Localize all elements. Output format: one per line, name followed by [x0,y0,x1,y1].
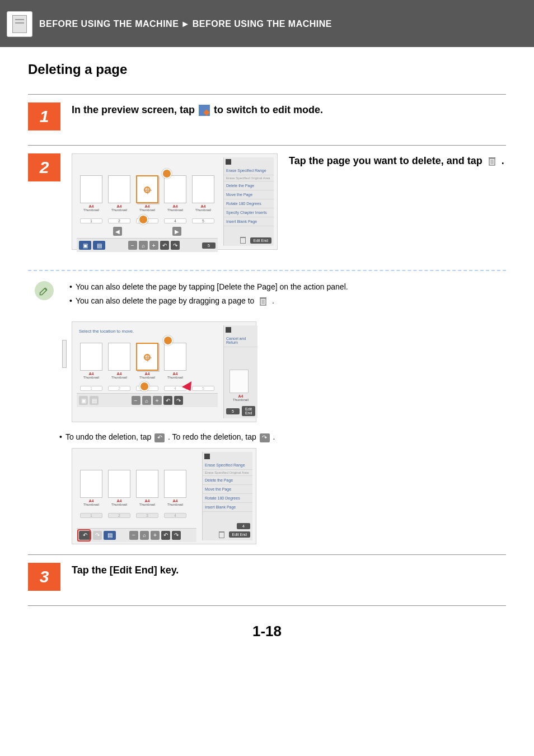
preview-panel-1: A4Thumbnail A4Thumbnail A4Thumbnail A4Th… [72,153,278,250]
page-index: 1 [80,513,102,518]
page-thumbnail[interactable]: A4Thumbnail [164,175,186,212]
breadcrumb-page: BEFORE USING THE MACHINE [193,19,332,29]
page-thumbnail-selected[interactable]: A4Thumbnail [136,175,158,212]
undo-icon[interactable]: ↶ [160,241,169,250]
page-thumbnail[interactable]: A4Thumbnail [80,470,102,506]
page-index: 1 [80,386,102,391]
step-2-text: Tap the page you want to delete, and tap… [289,153,506,169]
collapse-icon[interactable] [226,327,231,333]
page-index: 4 [164,513,186,518]
action-erase-area[interactable]: Erase Specified Original Area [224,175,274,181]
thumbnail-row: A4Thumbnail A4Thumbnail A4Thumbnail A4Th… [77,454,196,511]
zoom-out-icon[interactable]: − [129,531,138,540]
highlight-box [77,529,91,542]
action-erase-area[interactable]: Erase Specified Original Area [203,470,252,476]
preview-toolbar: ↶ ↷ ▤ − ⌕ + ↶ ↷ [77,528,196,542]
page-thumbnail[interactable]: A4Thumbnail [80,343,102,379]
step-1-post: to switch to edit mode. [214,104,323,115]
action-erase-range[interactable]: Erase Specified Range [203,461,252,470]
undo-redo-note: • To undo the deletion, tap . To redo th… [59,432,506,442]
tap-ring-icon [144,186,151,193]
redo-icon[interactable]: ↷ [172,531,181,540]
page-number: 1-18 [28,606,506,646]
page-thumbnail[interactable]: A4Thumbnail [108,175,130,212]
redo-icon[interactable]: ↷ [171,241,180,250]
page-thumbnail[interactable]: A4Thumbnail [108,343,130,379]
action-cancel-return[interactable]: Cancel and Return [224,334,257,347]
action-erase-range[interactable]: Erase Specified Range [224,166,274,175]
zoom-icon[interactable]: ⌕ [142,396,151,405]
action-rotate-180[interactable]: Rotate 180 Degrees [224,199,274,208]
edit-end-button[interactable]: Edit End [250,237,271,244]
panel-message: Select the location to move. [77,328,218,335]
note-icon [35,281,54,300]
view-mode-1-icon[interactable]: ▣ [79,396,88,405]
step-2-figure: A4Thumbnail A4Thumbnail A4Thumbnail A4Th… [72,153,278,250]
top-bar [0,0,534,6]
zoom-in-icon[interactable]: + [153,396,162,405]
page-index: 5 [192,386,214,391]
preview-toolbar: ▣ ▤ − ⌕ + ↶ ↷ 5 [77,238,218,252]
page-index: 1 [80,218,102,223]
page-thumbnail[interactable]: A4Thumbnail [108,470,130,506]
undo-icon[interactable]: ↶ [163,396,172,405]
preview-panel-2: Select the location to move. A4Thumbnail… [72,321,256,422]
undo-icon[interactable]: ↶ [161,531,170,540]
page-thumbnail[interactable]: A4Thumbnail [136,470,158,506]
action-insert-blank[interactable]: Insert Blank Page [203,503,252,512]
edit-end-button[interactable]: Edit End [229,531,250,538]
view-mode-2-icon[interactable]: ▤ [90,396,99,405]
trash-icon[interactable] [219,531,224,538]
page-body: Deleting a page 1 In the preview screen,… [0,47,534,668]
thumbnail-area: A4Thumbnail A4Thumbnail A4Thumbnail A4Th… [76,157,219,246]
action-move-page[interactable]: Move the Page [203,485,252,494]
action-panel: Erase Specified Range Erase Specified Or… [223,157,274,246]
page-thumbnail[interactable]: A4Thumbnail [164,470,186,506]
page-title: Deleting a page [28,62,506,77]
thumbnail-row: A4Thumbnail A4Thumbnail A4Thumbnail A4Th… [77,160,218,216]
note-block: •You can also delete the page by tapping… [28,280,506,316]
thumbnail-area: Select the location to move. A4Thumbnail… [76,325,219,418]
action-rotate-180[interactable]: Rotate 180 Degrees [203,494,252,503]
dashed-divider [28,270,506,271]
trash-icon [486,156,498,167]
zoom-out-icon[interactable]: − [128,241,137,250]
page-thumbnail-selected[interactable]: A4Thumbnail [136,343,158,379]
redo-icon[interactable]: ↷ [174,396,183,405]
zoom-icon[interactable]: ⌕ [139,241,148,250]
breadcrumb-text: BEFORE USING THE MACHINE ► BEFORE USING … [39,19,332,29]
zoom-in-icon[interactable]: + [151,531,160,540]
zoom-in-icon[interactable]: + [149,241,158,250]
trash-icon [257,296,269,307]
scroll-left-icon[interactable]: ◀ [113,227,122,236]
page-count: 5 [202,242,216,249]
page-thumbnail[interactable]: A4Thumbnail [80,175,102,212]
thumbnail-area: A4Thumbnail A4Thumbnail A4Thumbnail A4Th… [76,452,198,540]
redo-icon [260,433,270,442]
step-number: 2 [28,153,60,181]
page-thumbnail[interactable]: A4Thumbnail [192,175,214,212]
edit-end-button[interactable]: Edit End [242,406,255,416]
view-mode-2-icon[interactable]: ▤ [93,241,105,250]
action-delete-page[interactable]: Delete the Page [224,181,274,190]
action-delete-page[interactable]: Delete the Page [203,476,252,485]
page-number-strip: 1 2 3 4 [77,511,196,520]
scroll-right-icon[interactable]: ▶ [172,227,181,236]
zoom-out-icon[interactable]: − [132,396,140,405]
action-chapter-inserts[interactable]: Specify Chapter Inserts [224,208,274,217]
trash-icon[interactable] [240,237,246,244]
page-count: 5 [226,408,240,414]
page-index: 2 [108,386,130,391]
zoom-icon[interactable]: ⌕ [140,531,149,540]
collapse-icon[interactable] [204,454,210,459]
step-1-pre: In the preview screen, tap [72,104,198,115]
action-insert-blank[interactable]: Insert Blank Page [224,217,274,226]
step-3: 3 Tap the [Edit End] key. [28,555,506,605]
collapse-icon[interactable] [226,159,231,165]
page-thumbnail[interactable]: A4Thumbnail [164,343,186,379]
action-move-page[interactable]: Move the Page [224,190,274,199]
view-mode-icon[interactable]: ▤ [104,531,116,540]
bullet-icon: • [69,280,72,294]
view-mode-1-icon[interactable]: ▣ [79,241,91,250]
undo-redo-text: To undo the deletion, tap . To redo the … [65,432,275,442]
